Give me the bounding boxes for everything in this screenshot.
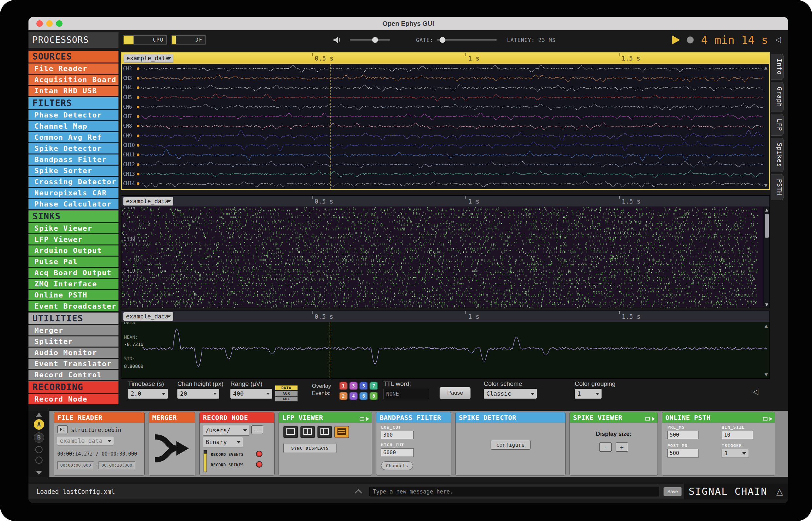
processor-item-zmq-interface[interactable]: ZMQ Interface: [28, 279, 118, 289]
processor-item-channel-map[interactable]: Channel Map: [28, 121, 118, 131]
layout-three-column-button[interactable]: [317, 426, 332, 438]
processor-item-spike-sorter[interactable]: Spike Sorter: [28, 165, 118, 176]
volume-slider[interactable]: [350, 39, 390, 41]
processor-header[interactable]: FILE READER: [54, 412, 144, 423]
gate-slider[interactable]: [437, 39, 497, 41]
processor-item-acquisition-board[interactable]: Acquisition Board: [28, 75, 118, 85]
overlay-event-button-4[interactable]: 4: [349, 392, 358, 400]
record-engine-dropdown[interactable]: Binary: [203, 437, 243, 447]
overlay-event-button-5[interactable]: 5: [359, 382, 368, 390]
processor-item-splitter[interactable]: Splitter: [28, 336, 118, 346]
processor-header[interactable]: BANDPASS FILTER: [376, 412, 451, 423]
volume-slider-knob[interactable]: [372, 37, 378, 43]
channel-enable-dot[interactable]: [137, 173, 139, 175]
channel-enable-dot[interactable]: [137, 154, 139, 156]
expand-console-icon[interactable]: [355, 489, 362, 497]
lfp-channel-row[interactable]: CH9: [122, 131, 763, 140]
scroll-down-icon[interactable]: ▼: [765, 372, 768, 377]
browse-button[interactable]: ...: [251, 426, 263, 434]
layout-rows-button[interactable]: [335, 426, 349, 438]
lfp-channel-row[interactable]: CH3: [122, 73, 763, 83]
processor-item-record-node[interactable]: Record Node: [28, 394, 118, 404]
processor-header[interactable]: MERGER: [149, 412, 195, 423]
viewport-tab-psth[interactable]: PSTH: [771, 174, 784, 200]
pre-ms-field[interactable]: 500: [667, 431, 699, 439]
overlay-event-button-2[interactable]: 2: [339, 392, 347, 400]
record-events-toggle[interactable]: [256, 451, 263, 457]
stream-dropdown[interactable]: example_data: [57, 436, 114, 445]
display-size-increase-button[interactable]: +: [616, 443, 628, 452]
timebase-dropdown[interactable]: 2.0: [128, 389, 168, 399]
bin-size-field[interactable]: 10: [722, 431, 753, 439]
record-spikes-toggle[interactable]: [256, 461, 263, 468]
channel-enable-dot[interactable]: [137, 182, 139, 185]
overlay-event-button-3[interactable]: 3: [349, 382, 358, 390]
viewport-tab-lfp[interactable]: LFP: [771, 114, 784, 136]
processor-item-bandpass-filter[interactable]: Bandpass Filter: [28, 155, 118, 165]
processor-item-pulse-pal[interactable]: Pulse Pal: [28, 256, 118, 267]
channel-enable-dot[interactable]: [137, 77, 139, 80]
save-message-button[interactable]: Save: [663, 487, 682, 496]
processor-item-record-control[interactable]: Record Control: [28, 370, 118, 380]
scrollbar-thumb[interactable]: [765, 214, 769, 237]
processor-item-phase-calculator[interactable]: Phase Calculator: [28, 199, 118, 209]
processor-item-common-avg-ref[interactable]: Common Avg Ref: [28, 132, 118, 142]
channel-enable-dot[interactable]: [137, 106, 139, 108]
overlay-event-button-6[interactable]: 6: [359, 392, 368, 400]
processor-item-intan-rhd-usb[interactable]: Intan RHD USB: [28, 86, 118, 96]
channels-button[interactable]: Channels: [381, 461, 413, 470]
scroll-up-icon[interactable]: ▲: [764, 207, 769, 212]
processor-item-neuropixels-car[interactable]: Neuropixels CAR: [28, 188, 118, 198]
chain-tab-empty[interactable]: [35, 446, 43, 453]
channel-enable-dot[interactable]: [137, 96, 139, 99]
channel-enable-dot[interactable]: [137, 144, 139, 146]
sync-displays-button[interactable]: SYNC DISPLAYS: [284, 443, 336, 453]
scroll-up-icon[interactable]: ▲: [765, 323, 768, 328]
high-cut-field[interactable]: 6000: [381, 448, 414, 457]
open-in-window-icon[interactable]: [360, 417, 364, 421]
chain-tab-a[interactable]: A: [34, 419, 44, 430]
color-scheme-dropdown[interactable]: Classic: [484, 389, 537, 399]
range-dropdown[interactable]: 400: [230, 389, 272, 399]
open-in-tab-icon[interactable]: [652, 417, 655, 421]
chan-height-dropdown[interactable]: 20: [177, 389, 219, 399]
lfp-display-body[interactable]: CH2CH3CH4CH5CH6CH7CH8CH9CH10CH11CH12CH13…: [122, 64, 769, 189]
open-in-tab-icon[interactable]: [769, 417, 772, 421]
channel-enable-dot[interactable]: [137, 86, 139, 89]
display-size-decrease-button[interactable]: -: [599, 443, 612, 452]
channel-enable-dot[interactable]: [137, 163, 139, 166]
open-in-window-icon[interactable]: [763, 417, 767, 421]
open-in-window-icon[interactable]: [646, 417, 650, 421]
channel-enable-dot[interactable]: [137, 115, 139, 118]
chain-tab-b[interactable]: B: [34, 432, 44, 443]
lfp-channel-row[interactable]: CH8: [122, 121, 763, 131]
processor-item-crossing-detector[interactable]: Crossing Detector: [28, 177, 118, 187]
color-grouping-dropdown[interactable]: 1: [575, 389, 602, 399]
scroll-down-icon[interactable]: ▼: [764, 302, 769, 307]
lfp-channel-row[interactable]: CH6: [122, 102, 763, 112]
scroll-up-icon[interactable]: ▲: [764, 65, 767, 70]
processor-item-online-psth[interactable]: Online PSTH: [28, 290, 118, 300]
spike-raster-body[interactable]: CH59CH39CH19 ▲ ▼: [121, 207, 769, 308]
processor-item-acq-board-output[interactable]: Acq Board Output: [28, 268, 118, 278]
processor-item-arduino-output[interactable]: Arduino Output: [28, 246, 118, 255]
processor-item-spike-detector[interactable]: Spike Detector: [28, 143, 118, 154]
close-window-button[interactable]: [36, 20, 43, 27]
chain-scroll-up-icon[interactable]: [36, 413, 42, 416]
overlay-event-button-1[interactable]: 1: [339, 382, 347, 390]
processor-header[interactable]: RECORD NODE: [200, 412, 274, 423]
lfp-channel-row[interactable]: CH2: [122, 64, 763, 73]
post-ms-field[interactable]: 500: [667, 449, 699, 457]
low-cut-field[interactable]: 300: [381, 431, 414, 439]
viewport-tab-info[interactable]: Info: [771, 54, 784, 80]
end-time-field[interactable]: 00:00:30.000: [98, 461, 135, 469]
scroll-down-icon[interactable]: ▼: [764, 183, 767, 188]
start-time-field[interactable]: 00:00:00.000: [57, 461, 94, 469]
collapse-panel-icon[interactable]: ◁: [775, 35, 781, 44]
event-trace-body[interactable]: DATA MEAN: -0.7216 STD: 8.80809 ▲ ▼: [121, 322, 769, 378]
processor-item-event-translator[interactable]: Event Translator: [28, 359, 118, 369]
play-button[interactable]: [672, 35, 680, 45]
signal-type-button-adc[interactable]: ADC: [275, 396, 298, 402]
trigger-dropdown[interactable]: 1: [722, 449, 748, 457]
processor-item-spike-viewer[interactable]: Spike Viewer: [28, 223, 118, 233]
